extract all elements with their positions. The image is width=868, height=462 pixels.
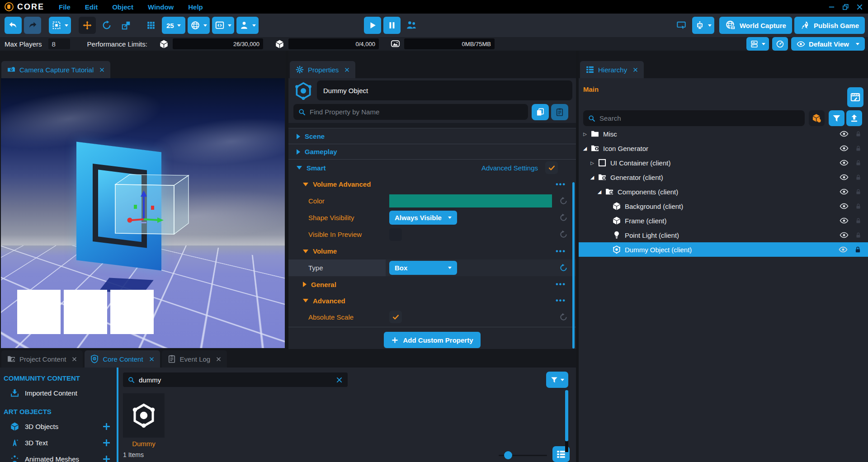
- tab-core-content[interactable]: Core Content: [85, 350, 160, 368]
- clear-search-icon[interactable]: [335, 376, 343, 384]
- asset-tile-dummy[interactable]: [123, 393, 165, 438]
- translation-gizmo[interactable]: [123, 187, 173, 228]
- hierarchy-item-generator-client-[interactable]: ◢Generator (client): [579, 170, 868, 184]
- lock-icon[interactable]: [854, 246, 862, 254]
- copy-properties-button[interactable]: [532, 104, 549, 120]
- menu-window[interactable]: Window: [148, 3, 174, 11]
- lock-icon[interactable]: [855, 217, 862, 224]
- lock-icon[interactable]: [855, 145, 862, 152]
- scale-tool-button[interactable]: [118, 17, 135, 34]
- rotate-tool-button[interactable]: [98, 17, 115, 34]
- group-volume-advanced[interactable]: Volume Advanced•••: [288, 176, 576, 193]
- color-swatch[interactable]: [389, 194, 552, 207]
- tab-camera-capture-tutorial[interactable]: Camera Capture Tutorial: [1, 61, 110, 78]
- close-tab-icon[interactable]: [149, 356, 155, 362]
- tab-event-log[interactable]: Event Log: [162, 350, 227, 368]
- pause-button[interactable]: [383, 17, 401, 34]
- player-settings-dropdown[interactable]: [236, 17, 259, 34]
- performance-gauge-button[interactable]: [772, 37, 788, 51]
- lock-icon[interactable]: [855, 189, 862, 195]
- menu-edit[interactable]: Edit: [85, 3, 98, 11]
- more-options-icon[interactable]: •••: [556, 297, 566, 305]
- world-capture-button[interactable]: World Capture: [719, 17, 792, 34]
- reset-icon[interactable]: [559, 230, 568, 239]
- section-gameplay[interactable]: Gameplay: [288, 144, 576, 159]
- collapse-all-button[interactable]: [846, 110, 862, 126]
- content-search-input[interactable]: [139, 376, 332, 384]
- visibility-eye-icon[interactable]: [840, 173, 849, 182]
- save-dropdown[interactable]: [746, 37, 769, 51]
- paste-properties-button[interactable]: [551, 104, 568, 120]
- add-plus-icon[interactable]: [102, 422, 111, 431]
- advanced-settings-checkbox[interactable]: [545, 161, 558, 174]
- play-button[interactable]: [364, 17, 381, 34]
- max-players-value[interactable]: 8: [48, 38, 70, 49]
- visibility-eye-icon[interactable]: [840, 158, 849, 167]
- hierarchy-item-frame-client-[interactable]: Frame (client): [579, 213, 868, 228]
- visibility-eye-icon[interactable]: [840, 202, 849, 211]
- hierarchy-item-background-client-[interactable]: Background (client): [579, 199, 868, 213]
- selection-mode-dropdown[interactable]: [49, 17, 71, 34]
- cinematic-capture-button[interactable]: [847, 87, 863, 107]
- hierarchy-item-point-light-client-[interactable]: Point Light (client): [579, 228, 868, 242]
- section-scene[interactable]: Scene: [288, 129, 576, 144]
- hierarchy-item-icon-generator[interactable]: ◢Icon Generator: [579, 141, 868, 156]
- restore-icon[interactable]: [842, 3, 849, 11]
- expand-arrow-icon[interactable]: ◢: [596, 189, 603, 195]
- hierarchy-search-input[interactable]: [599, 114, 800, 122]
- reset-icon[interactable]: [559, 313, 568, 321]
- reset-icon[interactable]: [559, 213, 568, 222]
- visibility-eye-icon[interactable]: [840, 231, 849, 240]
- sidebar-item-animated-meshes[interactable]: Animated Meshes: [0, 451, 117, 462]
- hierarchy-filter-button[interactable]: [829, 110, 844, 126]
- publish-game-button[interactable]: Publish Game: [794, 17, 865, 34]
- add-plus-icon[interactable]: [102, 454, 111, 462]
- shape-visibility-dropdown[interactable]: Always Visible: [389, 211, 457, 225]
- hierarchy-item-ui-container-client-[interactable]: ▷UI Container (client): [579, 156, 868, 170]
- more-options-icon[interactable]: •••: [556, 280, 566, 288]
- terrain-dropdown[interactable]: [188, 17, 210, 34]
- object-name-field[interactable]: [317, 80, 572, 100]
- scene-root-label[interactable]: Main: [583, 85, 599, 93]
- slider-knob[interactable]: [504, 451, 512, 459]
- menu-file[interactable]: File: [59, 3, 71, 11]
- content-scrollbar[interactable]: [565, 390, 568, 441]
- lock-icon[interactable]: [855, 160, 862, 166]
- sidebar-item-imported-content[interactable]: Imported Content: [0, 385, 117, 401]
- expand-arrow-icon[interactable]: ◢: [581, 146, 589, 151]
- close-icon[interactable]: [856, 3, 863, 11]
- viewport-3d-scene[interactable]: [1, 78, 285, 348]
- close-tab-icon[interactable]: [99, 67, 105, 73]
- close-tab-icon[interactable]: [216, 356, 222, 362]
- bot-dropdown[interactable]: [692, 17, 714, 34]
- lock-icon[interactable]: [855, 131, 862, 137]
- menu-help[interactable]: Help: [188, 3, 203, 11]
- hierarchy-item-misc[interactable]: ▷Misc: [579, 127, 868, 141]
- visible-in-preview-checkbox[interactable]: [389, 228, 402, 241]
- properties-scrollbar[interactable]: [572, 182, 575, 349]
- add-plus-icon[interactable]: [102, 438, 111, 448]
- undo-button[interactable]: [5, 17, 22, 34]
- tab-project-content[interactable]: Project Content: [1, 350, 83, 368]
- absolute-scale-checkbox[interactable]: [389, 311, 402, 323]
- more-options-icon[interactable]: •••: [556, 180, 566, 189]
- expand-arrow-icon[interactable]: ▷: [589, 160, 596, 165]
- visibility-eye-icon[interactable]: [840, 187, 849, 196]
- add-custom-property-button[interactable]: Add Custom Property: [384, 332, 481, 348]
- property-search-input[interactable]: [310, 108, 524, 116]
- lock-icon[interactable]: [855, 203, 862, 210]
- close-tab-icon[interactable]: [632, 67, 638, 73]
- preview-screen-button[interactable]: [673, 17, 690, 34]
- redo-button[interactable]: [24, 17, 41, 34]
- tab-properties[interactable]: Properties: [290, 61, 355, 78]
- script-dropdown[interactable]: [212, 17, 234, 34]
- visibility-eye-icon[interactable]: [840, 129, 849, 138]
- visibility-eye-icon[interactable]: [840, 144, 849, 153]
- multiplayer-preview-button[interactable]: [403, 17, 420, 34]
- hierarchy-item-components-client-[interactable]: ◢Components (client): [579, 184, 868, 199]
- lock-icon[interactable]: [855, 174, 862, 181]
- move-tool-button[interactable]: [79, 17, 96, 34]
- group-volume[interactable]: Volume•••: [288, 243, 576, 259]
- reset-icon[interactable]: [559, 197, 568, 205]
- group-advanced[interactable]: Advanced•••: [288, 292, 576, 309]
